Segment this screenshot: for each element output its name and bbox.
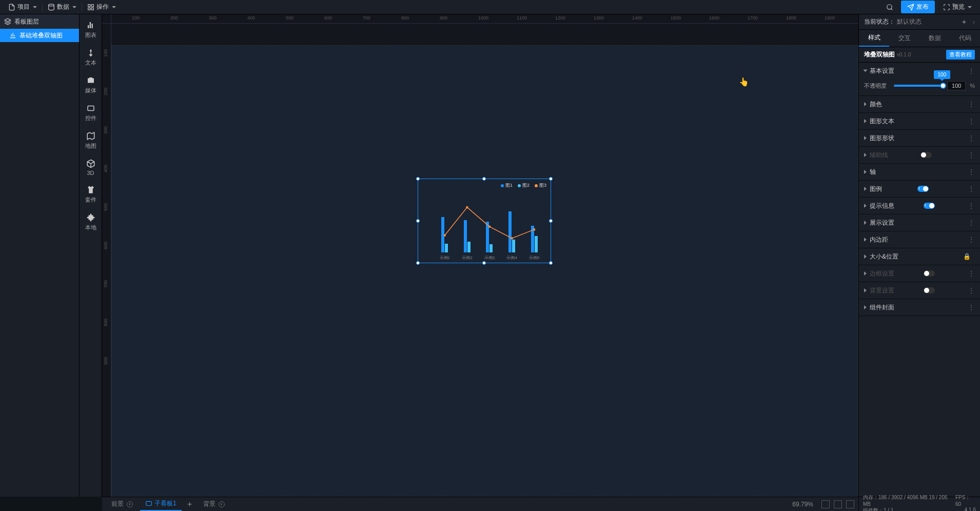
opacity-row: 不透明度 100 % [864, 81, 975, 90]
view-mode-3[interactable] [846, 500, 854, 508]
more-icon[interactable]: ⋮ [968, 202, 975, 210]
svg-point-0 [49, 4, 54, 6]
publish-button[interactable]: 发布 [901, 1, 935, 13]
tab-background[interactable]: 背景+ [198, 498, 230, 510]
palette-text[interactable]: 文本 [80, 48, 102, 67]
palette-control[interactable]: 控件 [80, 104, 102, 122]
tab-interact[interactable]: 交互 [889, 30, 919, 47]
state-header: 当前状态： 默认状态 ＋ › [859, 14, 980, 30]
menu-data[interactable]: 数据 [44, 0, 81, 14]
section-border[interactable]: 边框设置⋮ [859, 265, 980, 282]
menu-actions-label: 操作 [96, 3, 109, 11]
preview-button[interactable]: 预览 [939, 3, 976, 11]
state-value: 默认状态 [897, 17, 922, 26]
properties-panel: 当前状态： 默认状态 ＋ › 样式 交互 数据 代码 堆叠双轴图 v0.1.0 … [858, 14, 980, 497]
section-display[interactable]: 展示设置⋮ [859, 214, 980, 231]
puzzle-icon [86, 213, 95, 222]
status-count: 组件数：1 / 1 [863, 507, 893, 511]
toggle-tooltip[interactable]: 1 [924, 203, 935, 209]
section-padding[interactable]: 内边距⋮ [859, 231, 980, 248]
section-axis[interactable]: 轴⋮ [859, 164, 980, 180]
menu-project-label: 项目 [17, 3, 30, 11]
map-icon [86, 131, 95, 141]
section-legend[interactable]: 图例1⋮ [859, 181, 980, 197]
canvas[interactable]: 1002003004005006007008009001000110012001… [102, 14, 858, 497]
search-button[interactable] [883, 0, 897, 14]
palette-3d[interactable]: 3D [80, 159, 102, 176]
state-label: 当前状态： [864, 17, 895, 26]
media-icon [86, 76, 95, 85]
add-circle-icon[interactable]: + [127, 501, 133, 507]
status-fps: FPS：60 [955, 494, 976, 507]
tab-code[interactable]: 代码 [950, 30, 980, 47]
svg-rect-6 [88, 106, 94, 111]
tab-data[interactable]: 数据 [919, 30, 950, 47]
more-icon[interactable]: ⋮ [968, 235, 975, 244]
layers-title: 看板图层 [14, 17, 39, 26]
more-icon[interactable]: ⋮ [968, 168, 975, 176]
svg-rect-12 [146, 501, 152, 505]
stage[interactable] [111, 45, 858, 497]
status-bar: 内存：186 / 3902 / 4096 MB 19 / 205 MBFPS：6… [858, 497, 980, 511]
slider-knob[interactable] [940, 83, 946, 89]
palette-chart[interactable]: 图表 [80, 21, 102, 39]
more-icon[interactable]: ⋮ [968, 100, 975, 108]
chart-legend: 图1图2图3 [501, 182, 546, 189]
section-text[interactable]: 图形文本⋮ [859, 113, 980, 129]
board-icon [145, 500, 152, 507]
tab-style[interactable]: 样式 [859, 30, 889, 47]
bottom-tabs: 前景+ 子看板1 + 背景+ 69.79% [102, 497, 858, 511]
lock-icon[interactable]: 🔒 [963, 253, 971, 260]
section-guide[interactable]: 辅助线⋮ [859, 147, 980, 163]
palette-suite[interactable]: 套件 [80, 185, 102, 204]
chevron-right-icon[interactable]: › [973, 18, 975, 26]
toggle-guide[interactable] [920, 152, 932, 158]
layers-header[interactable]: 看板图层 [0, 14, 79, 29]
toggle-border[interactable] [924, 270, 935, 277]
tab-child-board[interactable]: 子看板1 [140, 497, 182, 511]
palette-local[interactable]: 本地 [80, 213, 102, 231]
layer-item-chart[interactable]: 基础堆叠双轴图 [0, 29, 79, 42]
add-tab-button[interactable]: + [184, 500, 196, 509]
add-state-button[interactable]: ＋ [961, 17, 968, 27]
layers-icon [4, 18, 11, 25]
more-icon[interactable]: ⋮ [968, 185, 975, 193]
opacity-slider[interactable]: 100 [894, 85, 943, 87]
toggle-bg[interactable] [924, 287, 935, 293]
more-icon[interactable]: ⋮ [968, 303, 975, 311]
section-color[interactable]: 颜色⋮ [859, 96, 980, 112]
view-mode-1[interactable] [821, 500, 830, 508]
menu-actions[interactable]: 操作 [83, 0, 120, 14]
section-basic[interactable]: 基本设置 ⋮ [859, 63, 980, 79]
menu-project[interactable]: 项目 [4, 0, 41, 14]
more-icon[interactable]: ⋮ [968, 134, 975, 142]
more-icon[interactable]: ⋮ [968, 117, 975, 125]
control-icon [86, 104, 95, 113]
component-title: 堆叠双轴图 [864, 50, 895, 59]
section-bg[interactable]: 背景设置⋮ [859, 282, 980, 299]
palette-media[interactable]: 媒体 [80, 76, 102, 94]
section-sizepos[interactable]: 大小&位置🔒 [859, 248, 980, 265]
props-tabs: 样式 交互 数据 代码 [859, 30, 980, 47]
section-shape[interactable]: 图形形状⋮ [859, 130, 980, 146]
section-tooltip[interactable]: 提示信息1⋮ [859, 198, 980, 214]
more-icon[interactable]: ⋮ [968, 286, 975, 294]
more-icon[interactable]: ⋮ [968, 219, 975, 227]
tab-foreground[interactable]: 前景+ [106, 498, 138, 510]
palette-map[interactable]: 地图 [80, 131, 102, 150]
toggle-legend[interactable]: 1 [917, 186, 929, 192]
layers-panel: 看板图层 基础堆叠双轴图 [0, 14, 80, 497]
add-circle-icon[interactable]: + [219, 501, 225, 507]
more-icon[interactable]: ⋮ [968, 67, 975, 75]
more-icon[interactable]: ⋮ [968, 269, 975, 278]
send-icon [907, 4, 914, 11]
component-version: v0.1.0 [897, 52, 911, 57]
tutorial-button[interactable]: 查看教程 [946, 50, 975, 60]
ruler-corner [102, 14, 111, 24]
view-mode-2[interactable] [834, 500, 842, 508]
selection-box[interactable]: 图1图2图3 示例1示例2示例3示例4示例5 [418, 179, 551, 263]
section-cover[interactable]: 组件封面⋮ [859, 299, 980, 316]
publish-label: 发布 [916, 3, 929, 11]
opacity-input[interactable] [947, 81, 966, 90]
more-icon[interactable]: ⋮ [968, 151, 975, 159]
